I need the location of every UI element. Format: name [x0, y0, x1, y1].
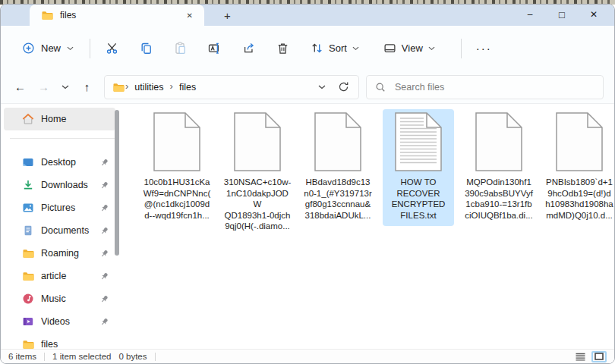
- address-bar[interactable]: › utilities › files: [104, 75, 359, 99]
- sidebar-item-documents[interactable]: Documents: [4, 219, 115, 242]
- search-input[interactable]: [393, 81, 594, 93]
- file-name-line: 390c9absBUYVyf: [464, 188, 534, 199]
- sidebar-item-label: Roaming: [41, 248, 79, 259]
- refresh-icon[interactable]: [338, 81, 349, 93]
- pin-icon: [99, 158, 109, 168]
- maximize-button[interactable]: □: [546, 5, 578, 26]
- home-icon: [22, 113, 34, 125]
- sidebar-item-label: Documents: [41, 225, 89, 236]
- sidebar-item-pictures[interactable]: Pictures: [4, 196, 115, 219]
- see-more-button[interactable]: ···: [470, 39, 498, 58]
- sidebar-item-roaming[interactable]: Roaming: [4, 242, 115, 265]
- file-name-line: PNBIsb1809`d+1: [544, 177, 614, 188]
- new-button[interactable]: New: [14, 36, 81, 60]
- delete-button[interactable]: [270, 35, 296, 61]
- clipboard-icon: [174, 42, 187, 55]
- explorer-body: Home Desktop Downloads: [1, 104, 614, 349]
- breadcrumb-files[interactable]: files: [174, 82, 201, 93]
- plus-circle-icon: [22, 42, 35, 55]
- chevron-down-icon: [352, 46, 359, 51]
- folder-icon: [112, 81, 125, 93]
- share-button[interactable]: [235, 35, 262, 61]
- toolbar-divider: [90, 39, 90, 58]
- pin-icon: [99, 203, 109, 213]
- minimize-button[interactable]: –: [514, 5, 546, 26]
- address-dropdown-icon[interactable]: [318, 85, 326, 89]
- folder-icon: [22, 270, 34, 282]
- scissors-icon: [106, 42, 118, 55]
- sidebar-item-article[interactable]: article: [4, 265, 115, 287]
- forward-button[interactable]: →: [32, 80, 55, 93]
- sidebar-item-label: article: [41, 271, 66, 281]
- up-button[interactable]: ↑: [75, 80, 99, 93]
- magnifier-icon: [375, 82, 386, 93]
- command-toolbar: New: [1, 26, 614, 71]
- documents-icon: [22, 224, 34, 237]
- rename-button[interactable]: [201, 35, 228, 61]
- tab-close-icon[interactable]: ✕: [183, 10, 197, 21]
- sidebar-item-home[interactable]: Home: [4, 108, 115, 130]
- file-name: HOW TO RECOVER ENCRYPTED FILES.txt: [383, 177, 453, 221]
- videos-icon: [22, 315, 34, 328]
- blank-file-icon: [475, 112, 522, 171]
- selection-size: 0 bytes: [118, 352, 154, 361]
- status-bar: 6 items 1 item selected 0 bytes: [1, 349, 614, 363]
- file-name-line: gf80g13ccnnau&: [303, 199, 373, 210]
- file-tile[interactable]: HBdavd18d9c13 n0-1_(#Y319713r gf80g13ccn…: [302, 109, 374, 226]
- pin-icon: [99, 294, 109, 304]
- file-name-line: HBdavd18d9c13: [303, 177, 373, 188]
- view-button-label: View: [402, 42, 423, 54]
- pin-icon: [99, 226, 109, 236]
- file-name-line: MQPOdin130hf1: [464, 177, 534, 188]
- file-name-line: ciOIUQBf1ba.di...: [464, 210, 534, 221]
- details-view-toggle[interactable]: [572, 351, 588, 362]
- sidebar-item-label: files: [41, 339, 58, 349]
- sort-button[interactable]: Sort: [304, 36, 366, 60]
- share-icon: [242, 42, 255, 55]
- file-name-line: h10983hd1908ha: [544, 199, 614, 210]
- pin-icon: [99, 271, 109, 281]
- breadcrumb-utilities[interactable]: utilities: [129, 82, 169, 93]
- sidebar-item-label: Music: [41, 293, 66, 304]
- file-name-line: 9hcOdb19=(d!)d: [544, 188, 614, 199]
- thumbnail-view-toggle[interactable]: [591, 351, 607, 362]
- tab-files[interactable]: files ✕: [30, 5, 204, 26]
- pin-icon: [99, 317, 109, 327]
- recent-locations-button[interactable]: [55, 85, 75, 89]
- file-tile[interactable]: 10c0b1HU31cKa Wf9=dnCNPNnc( @(nc1dkcj100…: [141, 109, 213, 226]
- selection-count: 1 item selected: [45, 352, 118, 361]
- file-name-line: mdMD)Q0j10.d...: [544, 210, 614, 221]
- file-name-line: 1nC10dakpJODW: [222, 188, 292, 210]
- new-button-label: New: [41, 42, 61, 54]
- pictures-icon: [22, 202, 34, 214]
- back-button[interactable]: ←: [8, 80, 32, 93]
- file-tile[interactable]: PNBIsb1809`d+1 9hcOdb19=(d!)d h10983hd19…: [544, 109, 615, 226]
- cut-button[interactable]: [99, 35, 125, 61]
- blank-file-icon: [314, 112, 361, 171]
- text-file-icon: [395, 112, 442, 171]
- tab-bar: files ✕ + – □ ✕: [1, 5, 614, 26]
- sidebar-item-downloads[interactable]: Downloads: [4, 174, 115, 196]
- sidebar-item-label: Pictures: [41, 202, 75, 213]
- toolbar-divider: [461, 39, 462, 58]
- sidebar-scrollbar[interactable]: [115, 110, 119, 256]
- file-tile[interactable]: MQPOdin130hf1 390c9absBUYVyf 1cba910-=13…: [463, 109, 535, 226]
- close-button[interactable]: ✕: [578, 5, 610, 26]
- sidebar-item-files[interactable]: files: [4, 333, 115, 349]
- file-tile[interactable]: 310NSAC+c10w- 1nC10dakpJODW QD1893h1-0dj…: [222, 109, 293, 237]
- copy-button[interactable]: [133, 35, 159, 61]
- file-tile-selected[interactable]: HOW TO RECOVER ENCRYPTED FILES.txt: [383, 109, 454, 226]
- sidebar-item-label: Downloads: [41, 180, 88, 190]
- view-button[interactable]: View: [377, 36, 442, 60]
- rename-icon: [208, 42, 221, 55]
- sidebar-separator: [10, 138, 115, 139]
- sidebar-item-label: Desktop: [41, 157, 76, 168]
- file-name-line: d--wqd19fcn1h...: [142, 210, 212, 221]
- new-tab-button[interactable]: +: [224, 10, 231, 21]
- sidebar-item-desktop[interactable]: Desktop: [4, 151, 115, 174]
- sidebar-item-music[interactable]: Music: [4, 287, 115, 310]
- file-name: HBdavd18d9c13 n0-1_(#Y319713r gf80g13ccn…: [303, 177, 373, 221]
- sidebar-item-videos[interactable]: Videos: [4, 310, 115, 333]
- folder-icon: [22, 247, 34, 259]
- paste-button[interactable]: [167, 35, 194, 61]
